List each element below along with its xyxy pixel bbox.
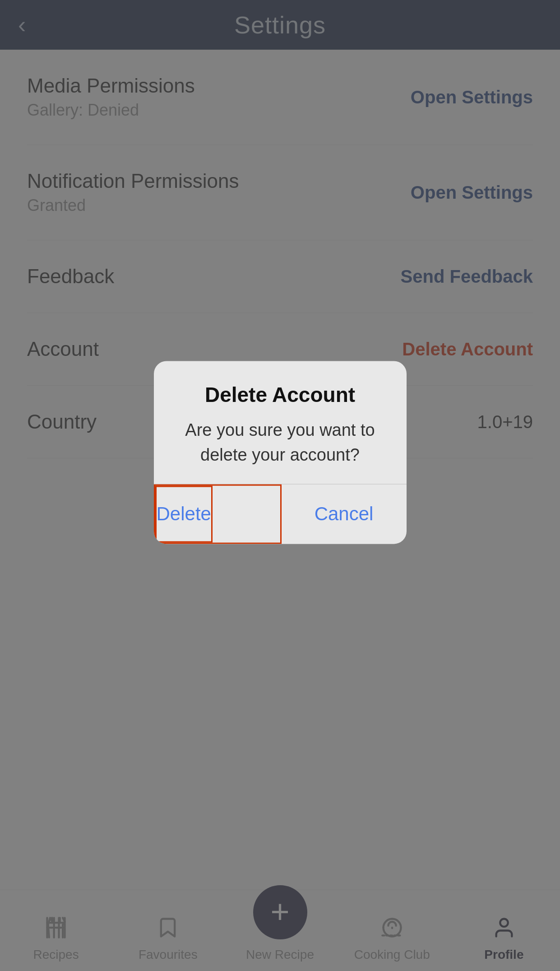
cancel-button[interactable]: Cancel — [282, 485, 407, 544]
dialog-title: Delete Account — [172, 383, 389, 407]
dialog-body: Delete Account Are you sure you want to … — [154, 361, 407, 484]
delete-account-dialog: Delete Account Are you sure you want to … — [154, 361, 407, 544]
dialog-buttons: Delete Cancel — [154, 484, 407, 544]
dialog-message: Are you sure you want to delete your acc… — [172, 418, 389, 467]
delete-button-wrapper: Delete — [154, 485, 282, 544]
delete-confirm-button[interactable]: Delete — [155, 486, 213, 543]
